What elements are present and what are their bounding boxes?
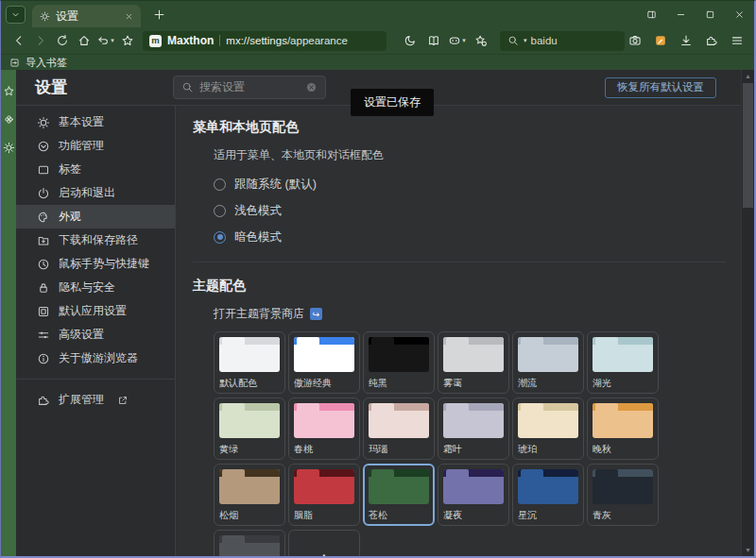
theme-card[interactable]: 玛瑙: [363, 397, 435, 460]
theme-name: 黄绿: [219, 443, 280, 455]
maximize-button[interactable]: [696, 1, 725, 27]
favorite-star-icon[interactable]: [117, 31, 137, 51]
close-button[interactable]: [725, 1, 754, 27]
active-tab[interactable]: 设置: [32, 5, 141, 27]
gear-icon: [40, 11, 50, 22]
theme-card[interactable]: 青灰: [587, 464, 659, 526]
import-bookmarks-label[interactable]: 导入书签: [26, 56, 67, 70]
info-icon: [37, 352, 50, 365]
search-engine-caret-icon[interactable]: ▾: [524, 37, 527, 44]
favorites-manager-icon[interactable]: [471, 31, 490, 51]
theme-name: 琥珀: [518, 443, 578, 455]
settings-search-input[interactable]: 搜索设置: [173, 76, 326, 99]
sidebar-item[interactable]: 标签: [16, 158, 175, 181]
theme-name: 青灰: [593, 509, 653, 521]
clear-search-icon[interactable]: [305, 81, 318, 93]
theme-card[interactable]: 黄绿: [214, 397, 285, 460]
undo-icon[interactable]: ▾: [95, 31, 115, 51]
theme-name: 湖光: [593, 377, 653, 389]
menu-colors-section: 菜单和本地页配色 适用于菜单、本地页和对话框配色 跟随系统 (默认)浅色模式暗色…: [193, 119, 726, 250]
screenshot-icon[interactable]: [625, 31, 644, 51]
theme-thumbnail: [369, 403, 429, 438]
radio-button[interactable]: [214, 205, 226, 217]
minimize-button[interactable]: [666, 1, 696, 27]
favorites-star-icon[interactable]: [3, 85, 15, 97]
sidebar-item[interactable]: 启动和退出: [16, 181, 175, 205]
download-icon[interactable]: [676, 31, 696, 51]
sidebar-item[interactable]: 鼠标手势与快捷键: [16, 252, 175, 276]
tab-list-button[interactable]: [6, 6, 26, 24]
sidebar-item[interactable]: 关于傲游浏览器: [16, 347, 175, 370]
sidebar-item[interactable]: 默认应用设置: [16, 299, 175, 323]
theme-name: 潮流: [518, 377, 578, 389]
night-mode-icon[interactable]: [400, 31, 420, 51]
theme-card[interactable]: 霜叶: [438, 397, 509, 460]
palette-icon: [37, 211, 50, 224]
reader-mode-icon[interactable]: [423, 31, 443, 51]
clock-icon: [37, 258, 50, 271]
restore-defaults-button[interactable]: 恢复所有默认设置: [605, 77, 716, 98]
quick-flower-icon[interactable]: [3, 113, 15, 126]
forward-icon[interactable]: [30, 31, 50, 51]
scroll-down-icon[interactable]: ▼: [742, 544, 754, 556]
mini-app-icon[interactable]: ▾: [447, 31, 467, 51]
theme-card[interactable]: 潮流: [512, 331, 584, 394]
theme-card[interactable]: 晚秋: [587, 397, 659, 460]
search-placeholder: 搜索设置: [199, 79, 245, 95]
sidebar-item[interactable]: 高级设置: [16, 323, 175, 347]
close-tab-icon[interactable]: [125, 12, 133, 21]
address-bar[interactable]: m Maxthon mx://settings/appearance: [143, 31, 387, 51]
sidebar-item[interactable]: 隐私与安全: [16, 276, 175, 299]
rail-gear-icon[interactable]: [3, 142, 15, 154]
back-icon[interactable]: [9, 31, 28, 51]
reload-icon[interactable]: [52, 31, 72, 51]
add-theme-button[interactable]: +: [288, 530, 360, 556]
theme-card[interactable]: 暗夜: [214, 530, 285, 556]
theme-card[interactable]: 松烟: [214, 464, 285, 526]
split-screen-button[interactable]: [637, 1, 666, 27]
scrollbar[interactable]: ▲ ▼: [741, 70, 754, 556]
theme-name: 凝夜: [443, 509, 504, 521]
address-separator: [219, 35, 220, 46]
scroll-up-icon[interactable]: ▲: [742, 70, 754, 82]
radio-button[interactable]: [214, 231, 226, 244]
notes-icon[interactable]: [650, 31, 670, 51]
sidebar-item[interactable]: 基本设置: [16, 110, 175, 134]
sidebar-item-extensions[interactable]: 扩展管理: [16, 388, 175, 412]
theme-card[interactable]: 胭脂: [288, 464, 360, 526]
theme-card[interactable]: 纯黑: [363, 331, 435, 394]
sidebar-item[interactable]: 下载和保存路径: [16, 228, 175, 252]
theme-card[interactable]: 星沉: [512, 464, 584, 526]
theme-name: 默认配色: [219, 377, 280, 389]
theme-thumbnail: [518, 337, 578, 372]
quick-search-box[interactable]: ▾ baidu: [500, 31, 625, 51]
theme-card[interactable]: 苍松: [363, 464, 435, 526]
theme-card[interactable]: 凝夜: [438, 464, 509, 526]
settings-nav: 基本设置功能管理标签启动和退出外观下载和保存路径鼠标手势与快捷键隐私与安全默认应…: [16, 106, 176, 556]
theme-thumbnail: [443, 337, 504, 372]
theme-name: 春桃: [294, 443, 354, 455]
scrollbar-thumb[interactable]: [743, 83, 753, 208]
sidebar-item[interactable]: 外观: [16, 205, 175, 228]
color-mode-option[interactable]: 暗色模式: [214, 224, 726, 250]
theme-card[interactable]: 琥珀: [512, 397, 584, 460]
color-mode-option[interactable]: 跟随系统 (默认): [214, 171, 726, 197]
theme-card[interactable]: 傲游经典: [288, 331, 360, 394]
radio-button[interactable]: [214, 178, 226, 191]
sidebar-item-label: 鼠标手势与快捷键: [59, 256, 149, 272]
extensions-icon[interactable]: [701, 31, 721, 51]
theme-card[interactable]: 默认配色: [214, 331, 285, 394]
theme-card[interactable]: 雾霭: [438, 331, 509, 394]
main-menu-icon[interactable]: [727, 31, 747, 51]
home-icon[interactable]: [74, 31, 94, 51]
new-tab-button[interactable]: [153, 8, 165, 21]
theme-store-link[interactable]: 打开主题背景商店 ↪: [214, 306, 726, 322]
sidebar-item[interactable]: 功能管理: [16, 134, 175, 158]
section-title: 主题配色: [193, 278, 726, 295]
color-mode-option[interactable]: 浅色模式: [214, 197, 726, 224]
theme-store-label: 打开主题背景商店: [214, 306, 304, 322]
theme-card[interactable]: 湖光: [587, 331, 659, 394]
theme-store-icon[interactable]: ↪: [310, 308, 322, 320]
maxthon-logo: m: [149, 35, 162, 47]
theme-card[interactable]: 春桃: [288, 397, 360, 460]
